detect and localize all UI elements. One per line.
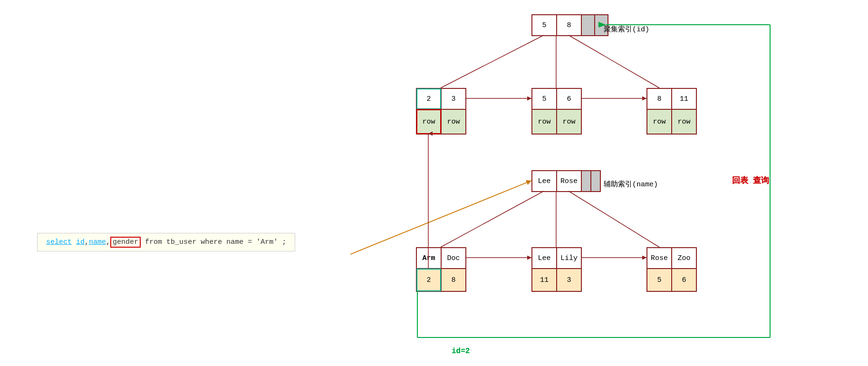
aux-l1-right-data-6: 6 [672, 269, 696, 291]
cluster-root-ptr1 [581, 15, 595, 36]
aux-l1-mid-data-11: 11 [532, 269, 557, 291]
cluster-l1-left-node: 2 3 [416, 88, 466, 110]
aux-l1-left-node: Arm Doc [416, 247, 466, 269]
sql-comma2: , [106, 238, 110, 246]
cluster-l1-mid-cell-5: 5 [532, 88, 557, 109]
aux-l1-right-data: 5 6 [646, 268, 697, 292]
aux-l1-left-data-2: 2 [416, 269, 441, 291]
aux-l1-right-cell-rose: Rose [647, 248, 672, 269]
cluster-l1-mid-rows: row row [531, 109, 582, 135]
svg-line-14 [350, 181, 531, 254]
cluster-l1-mid-node: 5 6 [531, 88, 582, 110]
cluster-l1-left-cell-2: 2 [416, 88, 441, 109]
sql-from-clause: from tb_user where name = 'Arm' ; [141, 238, 286, 246]
svg-line-0 [441, 35, 544, 88]
cluster-l1-mid-row2: row [557, 109, 581, 134]
cluster-l1-left-row2: row [441, 109, 466, 134]
aux-l1-left-data: 2 8 [416, 268, 466, 292]
aux-l1-right-data-5: 5 [647, 269, 672, 291]
aux-root-cell-lee: Lee [532, 171, 557, 192]
cluster-l1-right-row2: row [672, 109, 696, 134]
cluster-root-cell-8: 8 [557, 15, 581, 36]
aux-l1-right-cell-zoo: Zoo [672, 248, 696, 269]
sql-field-name: name [89, 238, 106, 246]
svg-line-2 [569, 35, 659, 88]
cluster-l1-mid-cell-6: 6 [557, 88, 581, 109]
id2-label-text: id=2 [452, 347, 470, 356]
clustered-index-label-text: 聚集索引(id) [604, 25, 649, 34]
sql-space [72, 238, 76, 246]
svg-line-7 [569, 191, 659, 247]
cluster-l1-right-cell-8: 8 [647, 88, 672, 109]
cluster-l1-right-node: 8 11 [646, 88, 697, 110]
aux-root-cell-rose: Rose [557, 171, 581, 192]
cluster-l1-right-rows: row row [646, 109, 697, 135]
cluster-l1-left-row1: row [416, 109, 441, 134]
cluster-l1-left-rows: row row [416, 109, 466, 135]
svg-line-5 [441, 191, 544, 247]
sql-select-keyword: select [46, 238, 72, 246]
sql-comma1: , [85, 238, 89, 246]
aux-l1-left-cell-doc: Doc [441, 248, 466, 269]
aux-l1-mid-node: Lee Lily [531, 247, 582, 269]
aux-l1-mid-data: 11 3 [531, 268, 582, 292]
cluster-l1-mid-row1: row [532, 109, 557, 134]
cluster-l1-left-cell-3: 3 [441, 88, 466, 109]
cluster-l1-right-cell-11: 11 [672, 88, 696, 109]
aux-l1-mid-data-3: 3 [557, 269, 581, 291]
sql-field-id: id [76, 238, 85, 246]
aux-l1-left-data-8: 8 [441, 269, 466, 291]
cluster-root-node: 5 8 [531, 14, 608, 36]
cluster-l1-right-row1: row [647, 109, 672, 134]
aux-l1-mid-cell-lee: Lee [532, 248, 557, 269]
aux-l1-right-node: Rose Zoo [646, 247, 697, 269]
cluster-root-cell-5: 5 [532, 15, 557, 36]
aux-root-ptr2 [591, 171, 600, 192]
sql-field-gender: gender [110, 237, 141, 248]
aux-l1-mid-cell-lily: Lily [557, 248, 581, 269]
sql-query-box: select id,name,gender from tb_user where… [37, 233, 295, 251]
aux-l1-left-cell-arm: Arm [416, 248, 441, 269]
back-to-table-label-text: 回表 查询 [732, 175, 769, 186]
aux-root-node: Lee Rose [531, 170, 601, 192]
aux-root-ptr1 [581, 171, 591, 192]
auxiliary-index-label-text: 辅助索引(name) [604, 180, 658, 189]
